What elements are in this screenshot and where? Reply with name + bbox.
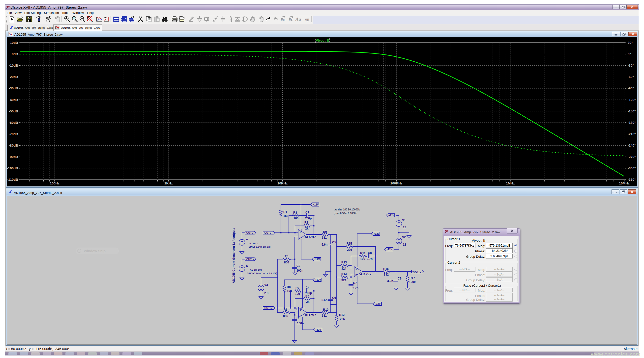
svg-text:C8: C8 xyxy=(368,251,372,255)
svg-text:;tran 0 50m 0 1000n: ;tran 0 50m 0 1000n xyxy=(334,212,357,215)
svg-text:V3: V3 xyxy=(264,283,268,287)
svg-text:681: 681 xyxy=(322,236,327,239)
svg-text:2.8: 2.8 xyxy=(264,291,268,295)
svg-text:C7: C7 xyxy=(353,281,357,285)
svg-text:R11: R11 xyxy=(360,252,366,255)
svg-text:R6: R6 xyxy=(306,295,309,298)
svg-text:C5: C5 xyxy=(332,241,336,244)
svg-text:100: 100 xyxy=(294,217,298,220)
svg-text:100p: 100p xyxy=(305,291,312,295)
svg-text:V1: V1 xyxy=(402,218,406,222)
svg-text:3.9n: 3.9n xyxy=(387,279,393,283)
svg-text:SINE(-3.24m 1m 1k 0 0 180): SINE(-3.24m 1m 1k 0 0 180) xyxy=(247,272,278,275)
svg-text:AC 1m 0: AC 1m 0 xyxy=(249,242,258,245)
svg-text:681: 681 xyxy=(322,314,327,317)
svg-text:AD797: AD797 xyxy=(360,272,372,276)
svg-text:R16: R16 xyxy=(383,267,389,271)
svg-text:IOUTL-: IOUTL- xyxy=(264,307,272,310)
svg-text:R8: R8 xyxy=(287,285,291,289)
svg-text:R2: R2 xyxy=(304,221,308,224)
svg-text:C6: C6 xyxy=(332,296,336,300)
svg-text:100p: 100p xyxy=(305,217,312,220)
svg-text:100n: 100n xyxy=(297,322,304,325)
svg-text:806: 806 xyxy=(283,314,288,318)
svg-text:IOUTL+: IOUTL+ xyxy=(264,231,273,234)
svg-text:-12V: -12V xyxy=(375,303,380,305)
svg-text:-12V: -12V xyxy=(387,248,392,251)
svg-text:I1: I1 xyxy=(246,238,248,241)
svg-text:2k: 2k xyxy=(306,300,310,304)
svg-text:AD797: AD797 xyxy=(304,235,316,239)
svg-text:R7: R7 xyxy=(296,286,300,290)
svg-text:−: − xyxy=(356,273,357,276)
svg-text:AD1955 Current Generator Left: AD1955 Current Generator Left outputs xyxy=(232,228,236,283)
svg-text:R14: R14 xyxy=(341,273,347,276)
svg-text:AD797: AD797 xyxy=(305,313,316,317)
svg-text:12: 12 xyxy=(403,225,406,229)
svg-text:226: 226 xyxy=(347,248,352,252)
svg-text:R5: R5 xyxy=(284,308,288,312)
svg-text:I2: I2 xyxy=(246,264,248,267)
svg-text:R4: R4 xyxy=(284,255,288,258)
svg-text:C4: C4 xyxy=(306,286,310,289)
svg-text:332: 332 xyxy=(384,273,389,276)
svg-text:R10: R10 xyxy=(323,308,328,312)
svg-text:+12V: +12V xyxy=(374,232,380,235)
svg-text:1k8: 1k8 xyxy=(283,214,288,218)
svg-text:806: 806 xyxy=(284,261,289,264)
svg-text:12: 12 xyxy=(403,243,406,246)
svg-text:324: 324 xyxy=(341,267,346,270)
svg-text:100n: 100n xyxy=(296,269,303,272)
svg-text:226: 226 xyxy=(340,317,345,321)
svg-text:100: 100 xyxy=(295,292,300,296)
svg-text:+: + xyxy=(300,230,301,233)
svg-text:+: + xyxy=(300,309,301,312)
svg-text:-12V: -12V xyxy=(316,329,321,331)
svg-text:100: 100 xyxy=(360,257,365,261)
svg-text:IOUTL+: IOUTL+ xyxy=(246,231,254,234)
svg-text:R15: R15 xyxy=(346,242,352,245)
svg-text:R3: R3 xyxy=(293,211,297,214)
svg-text:2k: 2k xyxy=(305,227,308,230)
svg-text:IOUTL-: IOUTL- xyxy=(246,258,254,261)
svg-text:5.6n: 5.6n xyxy=(322,298,328,302)
svg-text:AC 1m 180: AC 1m 180 xyxy=(250,268,262,271)
svg-text:.ac dec 100 50 10000k: .ac dec 100 50 10000k xyxy=(334,208,360,211)
svg-text:R13: R13 xyxy=(341,261,347,264)
svg-text:2.7n: 2.7n xyxy=(352,286,358,290)
svg-text:324: 324 xyxy=(341,279,346,282)
svg-text:SINE(-3.24m 1m 1k): SINE(-3.24m 1m 1k) xyxy=(249,245,270,248)
svg-text:100k: 100k xyxy=(409,280,416,284)
svg-text:C3: C3 xyxy=(296,316,300,320)
svg-text:R1: R1 xyxy=(283,210,287,214)
svg-text:+: + xyxy=(356,268,357,271)
svg-text:+12V: +12V xyxy=(388,214,394,217)
svg-text:V2: V2 xyxy=(402,235,406,239)
svg-text:+12V: +12V xyxy=(315,279,321,281)
svg-text:R17: R17 xyxy=(410,276,415,280)
svg-text:-12V: -12V xyxy=(314,258,320,261)
svg-text:−: − xyxy=(300,236,301,239)
svg-text:C9: C9 xyxy=(398,277,402,280)
svg-text:VOut_L: VOut_L xyxy=(412,270,421,273)
svg-text:1k8: 1k8 xyxy=(287,289,292,293)
svg-text:R12: R12 xyxy=(339,313,344,317)
svg-text:+12V: +12V xyxy=(313,203,319,206)
svg-text:5.6n: 5.6n xyxy=(322,243,328,246)
svg-text:C1: C1 xyxy=(306,211,309,214)
svg-text:2.7n: 2.7n xyxy=(366,257,372,261)
svg-text:C2: C2 xyxy=(296,264,300,268)
svg-text:R9: R9 xyxy=(323,230,327,234)
